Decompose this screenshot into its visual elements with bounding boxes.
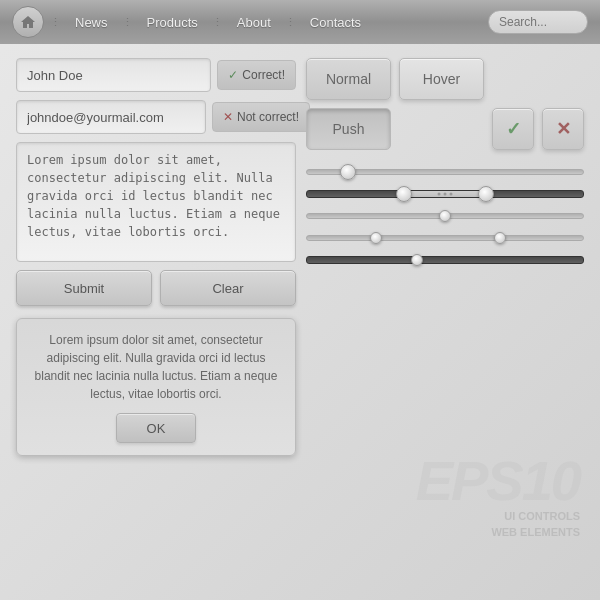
not-correct-label: Not correct! [237, 110, 299, 124]
eps-watermark: EPS10 UI CONTROLS WEB ELEMENTS [416, 453, 580, 540]
slider-1-thumb[interactable] [340, 164, 356, 180]
nav-item-products[interactable]: Products [139, 11, 206, 34]
button-grid: Normal Hover Push ✓ ✕ [306, 58, 584, 150]
slider-3-thumb[interactable] [439, 210, 451, 222]
close-icon-button[interactable]: ✕ [542, 108, 584, 150]
slider-2-track [306, 190, 584, 198]
nav-separator-4: ⋮ [285, 16, 296, 29]
main-textarea[interactable]: Lorem ipsum dolor sit amet, consectetur … [16, 142, 296, 262]
email-input-row: ✕ Not correct! [16, 100, 296, 134]
slider-2-container [306, 186, 584, 202]
nav-separator-1: ⋮ [50, 16, 61, 29]
home-icon [20, 14, 36, 30]
slider-5-thumb[interactable] [411, 254, 423, 266]
slider-5-container [306, 252, 584, 268]
slider-4-container [306, 230, 584, 246]
slider-2-thumb-left[interactable] [396, 186, 412, 202]
check-icon: ✓ [228, 68, 238, 82]
ok-button[interactable]: OK [116, 413, 196, 443]
navbar: ⋮ News ⋮ Products ⋮ About ⋮ Contacts [0, 0, 600, 44]
slider-3-track [306, 213, 584, 219]
push-button[interactable]: Push [306, 108, 391, 150]
correct-button: ✓ Correct! [217, 60, 296, 90]
x-icon: ✕ [223, 110, 233, 124]
home-button[interactable] [12, 6, 44, 38]
slider-4-thumb-right[interactable] [494, 232, 506, 244]
eps-text: EPS10 [416, 453, 580, 509]
form-button-row: Submit Clear [16, 270, 296, 306]
slider-section [306, 164, 584, 268]
nav-separator-2: ⋮ [122, 16, 133, 29]
slider-2-range [404, 191, 487, 197]
main-content: ✓ Correct! ✕ Not correct! Lorem ipsum do… [0, 44, 600, 600]
nav-separator-3: ⋮ [212, 16, 223, 29]
email-input[interactable] [16, 100, 206, 134]
dot-1 [437, 193, 440, 196]
slider-3-container [306, 208, 584, 224]
nav-item-news[interactable]: News [67, 11, 116, 34]
hover-button[interactable]: Hover [399, 58, 484, 100]
slider-2-dots [437, 193, 452, 196]
name-input[interactable] [16, 58, 211, 92]
clear-button[interactable]: Clear [160, 270, 296, 306]
slider-4-track [306, 235, 584, 241]
eps-line1: UI CONTROLS WEB ELEMENTS [416, 509, 580, 540]
dot-2 [443, 193, 446, 196]
check-icon-button[interactable]: ✓ [492, 108, 534, 150]
slider-2-thumb-right[interactable] [478, 186, 494, 202]
slider-1-track [306, 169, 584, 175]
slider-4-thumb-left[interactable] [370, 232, 382, 244]
not-correct-button: ✕ Not correct! [212, 102, 310, 132]
modal-dialog: Lorem ipsum dolor sit amet, consectetur … [16, 318, 296, 456]
modal-text: Lorem ipsum dolor sit amet, consectetur … [31, 331, 281, 403]
dot-3 [449, 193, 452, 196]
slider-1-container [306, 164, 584, 180]
correct-label: Correct! [242, 68, 285, 82]
name-input-row: ✓ Correct! [16, 58, 296, 92]
main-wrapper: ✓ Correct! ✕ Not correct! Lorem ipsum do… [0, 44, 600, 600]
submit-button[interactable]: Submit [16, 270, 152, 306]
slider-5-track [306, 256, 584, 264]
search-input[interactable] [488, 10, 588, 34]
left-column: ✓ Correct! ✕ Not correct! Lorem ipsum do… [16, 58, 296, 586]
normal-button[interactable]: Normal [306, 58, 391, 100]
nav-item-contacts[interactable]: Contacts [302, 11, 369, 34]
nav-item-about[interactable]: About [229, 11, 279, 34]
right-column: Normal Hover Push ✓ ✕ [306, 58, 584, 586]
